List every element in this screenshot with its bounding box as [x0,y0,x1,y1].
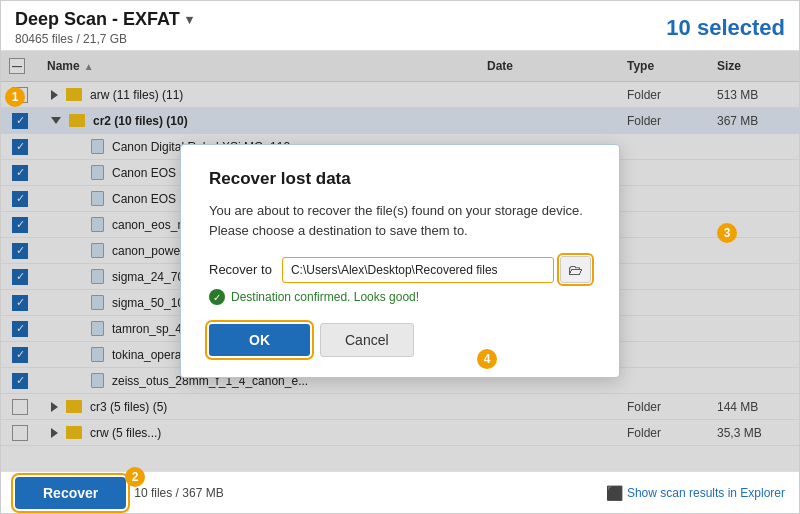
show-results-text: Show scan results in Explorer [627,486,785,500]
bottom-info: 10 files / 367 MB [134,486,223,500]
recover-path-input[interactable] [282,257,554,283]
header-title-text: Deep Scan - EXFAT [15,9,180,30]
recover-button[interactable]: Recover [15,477,126,509]
file-table-container: Name ▲ Date Type Size arw (11 files) (11… [1,51,799,471]
modal-overlay: Recover lost data You are about to recov… [1,51,799,471]
explorer-icon: ⬛ [606,485,623,501]
recover-dialog: Recover lost data You are about to recov… [180,144,620,378]
header-subtitle: 80465 files / 21,7 GB [15,32,193,46]
app-header: Deep Scan - EXFAT ▾ 80465 files / 21,7 G… [1,1,799,51]
bottom-bar: Recover 2 10 files / 367 MB ⬛ Show scan … [1,471,799,513]
status-check-icon: ✓ [209,289,225,305]
header-title: Deep Scan - EXFAT ▾ [15,9,193,30]
annotation-badge-3: 3 [717,223,737,243]
header-left: Deep Scan - EXFAT ▾ 80465 files / 21,7 G… [15,9,193,46]
modal-body: You are about to recover the file(s) fou… [209,201,591,240]
selected-count: 10 selected [666,9,785,41]
recover-to-label: Recover to [209,262,272,277]
modal-recover-row: Recover to 🗁 [209,256,591,283]
modal-status: ✓ Destination confirmed. Looks good! [209,289,591,305]
modal-cancel-button[interactable]: Cancel [320,323,414,357]
status-text: Destination confirmed. Looks good! [231,290,419,304]
modal-ok-button[interactable]: OK [209,324,310,356]
title-dropdown-arrow[interactable]: ▾ [186,12,193,27]
browse-button[interactable]: 🗁 [560,256,591,283]
modal-actions: OK Cancel [209,323,591,357]
modal-title: Recover lost data [209,169,591,189]
folder-browse-icon: 🗁 [568,261,583,278]
show-scan-results-link[interactable]: ⬛ Show scan results in Explorer [606,485,785,501]
